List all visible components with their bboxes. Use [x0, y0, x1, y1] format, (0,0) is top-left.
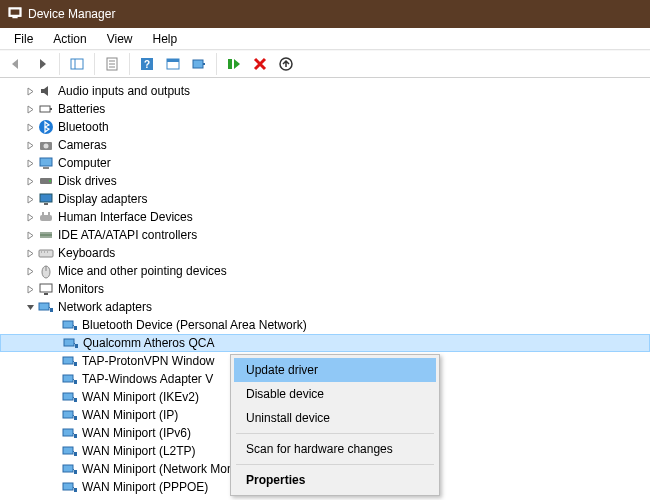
tree-node-label: WAN Miniport (Network Monitor)	[82, 462, 254, 476]
svg-rect-56	[63, 393, 73, 400]
tree-category[interactable]: Mice and other pointing devices	[0, 262, 650, 280]
tree-node-label: Mice and other pointing devices	[58, 264, 227, 278]
back-button[interactable]	[4, 52, 28, 76]
display-icon	[38, 191, 54, 207]
context-menu: Update driver Disable device Uninstall d…	[230, 354, 440, 496]
toolbar-sep	[129, 53, 130, 75]
expander-none	[48, 427, 60, 439]
tree-device[interactable]: Qualcomm Atheros QCA	[0, 334, 650, 352]
tree-category[interactable]: Human Interface Devices	[0, 208, 650, 226]
tree-category[interactable]: Audio inputs and outputs	[0, 82, 650, 100]
tree-category[interactable]: Network adapters	[0, 298, 650, 316]
svg-rect-29	[42, 212, 44, 215]
tree-category[interactable]: Computer	[0, 154, 650, 172]
tree-node-label: WAN Miniport (L2TP)	[82, 444, 196, 458]
tree-node-label: Qualcomm Atheros QCA	[83, 336, 214, 350]
tree-node-label: Batteries	[58, 102, 105, 116]
tree-node-label: WAN Miniport (IPv6)	[82, 426, 191, 440]
expander-none	[48, 391, 60, 403]
svg-rect-14	[203, 63, 205, 65]
refresh-button[interactable]	[161, 52, 185, 76]
chevron-right-icon[interactable]	[24, 139, 36, 151]
enable-button[interactable]	[222, 52, 246, 76]
chevron-right-icon[interactable]	[24, 283, 36, 295]
expander-none	[48, 463, 60, 475]
ctx-scan-hardware[interactable]: Scan for hardware changes	[234, 437, 436, 461]
keyboard-icon	[38, 245, 54, 261]
tree-node-label: Bluetooth Device (Personal Area Network)	[82, 318, 307, 332]
uninstall-button[interactable]	[248, 52, 272, 76]
svg-rect-18	[50, 108, 52, 110]
expander-none	[48, 481, 60, 493]
svg-rect-68	[63, 465, 73, 472]
tree-device[interactable]: Bluetooth Device (Personal Area Network)	[0, 316, 650, 334]
network-icon	[62, 461, 78, 477]
tree-node-label: IDE ATA/ATAPI controllers	[58, 228, 197, 242]
chevron-right-icon[interactable]	[24, 175, 36, 187]
svg-rect-1	[11, 9, 20, 14]
properties-button[interactable]	[100, 52, 124, 76]
svg-rect-15	[228, 59, 232, 69]
tree-category[interactable]: IDE ATA/ATAPI controllers	[0, 226, 650, 244]
scan-hardware-button[interactable]	[187, 52, 211, 76]
svg-text:?: ?	[144, 59, 150, 70]
chevron-right-icon[interactable]	[24, 229, 36, 241]
show-hide-console-button[interactable]	[65, 52, 89, 76]
svg-rect-30	[48, 212, 50, 215]
help-button[interactable]: ?	[135, 52, 159, 76]
chevron-right-icon[interactable]	[24, 193, 36, 205]
menu-file[interactable]: File	[4, 30, 43, 48]
tree-category[interactable]: Disk drives	[0, 172, 650, 190]
tree-category[interactable]: Monitors	[0, 280, 650, 298]
tree-node-label: WAN Miniport (PPPOE)	[82, 480, 208, 494]
monitor-icon	[38, 281, 54, 297]
toolbar-sep	[94, 53, 95, 75]
chevron-right-icon[interactable]	[24, 265, 36, 277]
chevron-right-icon[interactable]	[24, 247, 36, 259]
svg-point-25	[49, 180, 51, 182]
tree-node-label: Cameras	[58, 138, 107, 152]
tree-node-label: Human Interface Devices	[58, 210, 193, 224]
ctx-sep	[236, 464, 434, 465]
ctx-properties[interactable]: Properties	[234, 468, 436, 492]
svg-point-21	[44, 144, 49, 149]
network-icon	[62, 389, 78, 405]
tree-node-label: WAN Miniport (IKEv2)	[82, 390, 199, 404]
tree-category[interactable]: Batteries	[0, 100, 650, 118]
disk-icon	[38, 173, 54, 189]
svg-rect-41	[39, 303, 49, 310]
network-icon	[62, 371, 78, 387]
chevron-right-icon[interactable]	[24, 121, 36, 133]
tree-node-label: Keyboards	[58, 246, 115, 260]
tree-category[interactable]: Keyboards	[0, 244, 650, 262]
camera-icon	[38, 137, 54, 153]
chevron-right-icon[interactable]	[24, 211, 36, 223]
svg-rect-62	[63, 429, 73, 436]
chevron-down-icon[interactable]	[24, 301, 36, 313]
tree-node-label: Disk drives	[58, 174, 117, 188]
menu-help[interactable]: Help	[143, 30, 188, 48]
chevron-right-icon[interactable]	[24, 103, 36, 115]
chevron-right-icon[interactable]	[24, 85, 36, 97]
tree-node-label: TAP-Windows Adapter V	[82, 372, 213, 386]
network-icon	[63, 335, 79, 351]
network-icon	[38, 299, 54, 315]
svg-rect-28	[40, 215, 52, 221]
menu-action[interactable]: Action	[43, 30, 96, 48]
svg-rect-40	[44, 293, 48, 295]
chevron-right-icon[interactable]	[24, 157, 36, 169]
network-icon	[62, 407, 78, 423]
tree-category[interactable]: Cameras	[0, 136, 650, 154]
forward-button[interactable]	[30, 52, 54, 76]
svg-rect-44	[63, 321, 73, 328]
tree-node-label: Audio inputs and outputs	[58, 84, 190, 98]
ctx-disable-device[interactable]: Disable device	[234, 382, 436, 406]
menu-view[interactable]: View	[97, 30, 143, 48]
update-driver-button[interactable]	[274, 52, 298, 76]
tree-category[interactable]: Bluetooth	[0, 118, 650, 136]
tree-category[interactable]: Display adapters	[0, 190, 650, 208]
svg-rect-33	[39, 250, 53, 257]
ctx-uninstall-device[interactable]: Uninstall device	[234, 406, 436, 430]
network-icon	[62, 479, 78, 495]
ctx-update-driver[interactable]: Update driver	[234, 358, 436, 382]
